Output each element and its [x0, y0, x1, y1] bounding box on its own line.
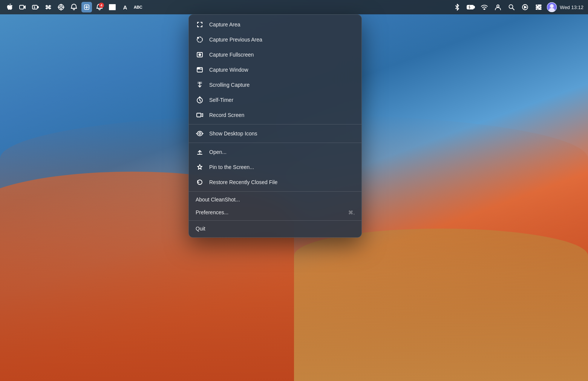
cleanshot-menu-icon[interactable] [81, 2, 92, 12]
restore-recently-closed-icon [196, 178, 204, 186]
svg-rect-2 [37, 6, 38, 8]
restore-recently-closed-label: Restore Recently Closed File [209, 179, 277, 185]
svg-rect-13 [112, 5, 113, 10]
svg-line-23 [513, 8, 514, 10]
controls-menu-icon[interactable] [533, 2, 544, 12]
battery-status-icon[interactable] [466, 2, 476, 12]
record-screen-label: Record Screen [209, 112, 244, 118]
self-timer-item[interactable]: Self-Timer [189, 92, 361, 108]
open-item[interactable]: Open... [189, 144, 361, 160]
preferences-item[interactable]: Preferences... ⌘, [189, 206, 361, 219]
avatar-menu-icon[interactable] [547, 2, 557, 12]
svg-marker-25 [524, 6, 527, 8]
screenium-menu-icon[interactable] [56, 2, 66, 12]
dropbox-menu-icon[interactable] [43, 2, 54, 12]
pin-to-screen-label: Pin to the Screen... [209, 164, 254, 170]
svg-point-34 [549, 8, 554, 12]
capture-area-icon [196, 20, 204, 29]
notification-badge-menu-icon[interactable]: 4 [94, 2, 105, 12]
preferences-shortcut: ⌘, [348, 210, 355, 215]
apple-menu-icon[interactable] [5, 2, 15, 12]
scrolling-capture-icon [196, 81, 204, 89]
capture-previous-area-label: Capture Previous Area [209, 37, 262, 43]
facetime-menu-icon[interactable] [17, 2, 28, 12]
separator-3 [189, 191, 361, 192]
separator-1 [189, 124, 361, 124]
self-timer-label: Self-Timer [209, 97, 233, 103]
cleanshot-dropdown-menu: Capture Area Capture Previous Area Captu… [188, 14, 362, 238]
svg-point-4 [60, 6, 62, 8]
capture-window-icon [196, 66, 204, 74]
pin-to-screen-icon [196, 163, 204, 171]
scrolling-capture-item[interactable]: Scrolling Capture [189, 77, 361, 92]
svg-point-46 [199, 54, 200, 55]
quit-label: Quit [196, 226, 205, 232]
capture-area-item[interactable]: Capture Area [189, 17, 361, 32]
svg-rect-16 [115, 5, 115, 10]
svg-point-56 [199, 133, 201, 135]
capture-previous-area-icon [196, 35, 204, 44]
battery-saver-menu-icon[interactable] [30, 2, 41, 12]
menubar-clock: Wed 13:12 [560, 5, 583, 10]
svg-rect-18 [473, 6, 475, 8]
spotlight-menu-icon[interactable] [506, 2, 517, 12]
menubar-left: 4 A ABC [5, 2, 452, 12]
svg-point-33 [550, 5, 553, 8]
capture-area-label: Capture Area [209, 22, 240, 28]
svg-rect-14 [113, 5, 114, 10]
capture-fullscreen-icon [196, 51, 204, 59]
desktop-wave-3 [294, 229, 588, 381]
svg-rect-10 [109, 5, 110, 10]
show-desktop-icons-label: Show Desktop Icons [209, 131, 257, 137]
notification-count-badge: 4 [99, 3, 104, 8]
abc-input-menu-icon[interactable]: ABC [133, 2, 143, 12]
svg-point-30 [539, 6, 541, 8]
svg-point-21 [497, 5, 499, 7]
capture-fullscreen-label: Capture Fullscreen [209, 52, 254, 58]
svg-rect-15 [114, 5, 115, 10]
menubar: 4 A ABC [0, 0, 588, 14]
record-screen-item[interactable]: Record Screen [189, 108, 361, 123]
font-menu-icon[interactable]: A [120, 2, 130, 12]
open-label: Open... [209, 149, 227, 155]
svg-rect-40 [197, 25, 198, 27]
svg-point-31 [537, 8, 539, 10]
separator-2 [189, 143, 361, 143]
about-cleanshot-item[interactable]: About CleanShot... [189, 193, 361, 206]
svg-point-50 [199, 68, 200, 69]
about-cleanshot-label: About CleanShot... [196, 197, 240, 203]
svg-point-49 [198, 68, 199, 69]
svg-rect-38 [202, 22, 202, 24]
show-desktop-icons-item[interactable]: Show Desktop Icons [189, 126, 361, 141]
svg-rect-0 [20, 5, 24, 9]
svg-rect-36 [197, 22, 198, 24]
capture-window-item[interactable]: Capture Window [189, 62, 361, 77]
preferences-label: Preferences... [196, 209, 343, 215]
show-desktop-icons-icon [196, 129, 204, 138]
svg-rect-42 [202, 25, 202, 27]
scrolling-capture-label: Scrolling Capture [209, 82, 250, 88]
svg-rect-55 [197, 113, 201, 117]
notification-menu-icon[interactable] [69, 2, 79, 12]
wifi-menu-icon[interactable] [479, 2, 490, 12]
svg-point-20 [484, 9, 485, 10]
open-icon [196, 148, 204, 156]
media-menu-icon[interactable] [520, 2, 530, 12]
restore-recently-closed-item[interactable]: Restore Recently Closed File [189, 175, 361, 190]
capture-window-label: Capture Window [209, 67, 248, 73]
separator-4 [189, 220, 361, 221]
barcode-menu-icon[interactable] [107, 2, 118, 12]
capture-fullscreen-item[interactable]: Capture Fullscreen [189, 47, 361, 62]
svg-rect-11 [110, 5, 111, 10]
capture-previous-area-item[interactable]: Capture Previous Area [189, 32, 361, 47]
quit-item[interactable]: Quit [189, 222, 361, 235]
user-menu-icon[interactable] [493, 2, 503, 12]
svg-point-29 [537, 5, 539, 6]
menubar-right: Wed 13:12 [452, 2, 583, 12]
record-screen-icon [196, 111, 204, 119]
self-timer-icon [196, 96, 204, 104]
svg-rect-12 [111, 5, 112, 10]
pin-to-screen-item[interactable]: Pin to the Screen... [189, 160, 361, 175]
bluetooth-menu-icon[interactable] [452, 2, 462, 12]
